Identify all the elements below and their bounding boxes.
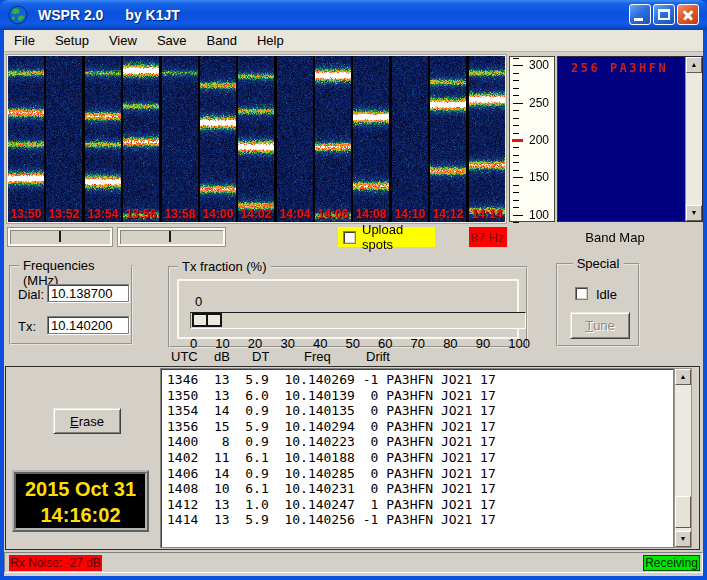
- clock-display: 2015 Oct 31 14:16:02: [12, 470, 149, 532]
- app-globe-icon: [8, 5, 28, 25]
- spots-header-dt: DT: [252, 349, 269, 364]
- tx-fraction-group: Tx fraction (%) 0 0102030405060708090100: [168, 266, 528, 348]
- scale-tick: [513, 118, 519, 119]
- menu-item-save[interactable]: Save: [147, 31, 197, 50]
- scale-tick: [513, 58, 519, 59]
- close-button[interactable]: [677, 4, 699, 25]
- spots-header-drift: Drift: [366, 349, 390, 364]
- scale-label: 300: [529, 58, 549, 72]
- scale-tick: [513, 207, 519, 208]
- band-map-scrollbar[interactable]: ▲ ▼: [685, 57, 702, 221]
- scale-tick: [513, 95, 519, 96]
- scale-tick: [513, 162, 519, 163]
- spot-row: 1406 14 0.9 10.140285 0 PA3HFN JO21 17: [167, 466, 673, 482]
- minimize-icon: [634, 18, 643, 21]
- maximize-icon: [658, 9, 670, 20]
- status-bar: Rx Noise: -27 dB Receiving: [4, 552, 703, 573]
- spots-header-row: UTC dB DT Freq Drift: [4, 349, 703, 365]
- tx-fraction-group-title: Tx fraction (%): [178, 259, 271, 274]
- scale-tick: [513, 73, 519, 74]
- tune-button[interactable]: Tune: [570, 312, 630, 339]
- menu-item-view[interactable]: View: [99, 31, 147, 50]
- spot-row: 1356 15 5.9 10.140294 0 PA3HFN JO21 17: [167, 419, 673, 435]
- idle-label: Idle: [596, 287, 617, 302]
- spot-row: 1412 13 1.0 10.140247 1 PA3HFN JO21 17: [167, 497, 673, 513]
- rx-progress-marker: [59, 231, 61, 242]
- client-area: 13:5013:5213:5413:5613:5814:0014:0214:04…: [4, 52, 703, 576]
- band-map-entry[interactable]: 256 PA3HFN: [571, 61, 668, 75]
- tx-frequency-field[interactable]: [47, 316, 129, 334]
- upload-spots-label: Upload spots: [362, 222, 435, 252]
- spot-row: 1400 8 0.9 10.140223 0 PA3HFN JO21 17: [167, 434, 673, 450]
- scale-label: 250: [529, 96, 549, 110]
- spots-scrollbar[interactable]: ▲ ▼: [674, 368, 692, 548]
- spots-list[interactable]: 1346 13 5.9 10.140269 -1 PA3HFN JO21 171…: [160, 368, 674, 548]
- upload-spots-option: Upload spots: [338, 227, 435, 247]
- scroll-up-button[interactable]: ▲: [686, 57, 702, 73]
- menu-item-help[interactable]: Help: [247, 31, 294, 50]
- clock-time: 14:16:02: [16, 503, 145, 528]
- spots-scroll-down-button[interactable]: ▼: [675, 531, 691, 547]
- special-group: Special Idle Tune: [556, 263, 640, 347]
- maximize-button[interactable]: [653, 4, 675, 25]
- scale-tick: [513, 80, 519, 81]
- scale-label: 100: [529, 208, 549, 222]
- spot-row: 1414 13 5.9 10.140256 -1 PA3HFN JO21 17: [167, 512, 673, 528]
- clock-date: 2015 Oct 31: [16, 476, 145, 503]
- menu-item-setup[interactable]: Setup: [45, 31, 99, 50]
- scroll-down-button[interactable]: ▼: [686, 205, 702, 221]
- scale-tick: [513, 185, 519, 186]
- tx-progress-meter: [118, 228, 225, 246]
- tx-label: Tx:: [18, 319, 36, 334]
- scale-tick: [513, 88, 519, 89]
- idle-checkbox[interactable]: [575, 287, 588, 300]
- menu-item-band[interactable]: Band: [197, 31, 247, 50]
- tx-fraction-value: 0: [195, 294, 202, 309]
- slider-handle[interactable]: [192, 313, 222, 327]
- band-map-panel[interactable]: 256 PA3HFN ▲ ▼: [557, 56, 703, 222]
- scale-tick: [513, 200, 519, 201]
- scale-label: 150: [529, 170, 549, 184]
- frequencies-group: Frequencies (MHz) Dial: Tx:: [9, 265, 133, 345]
- scale-tick: [513, 177, 523, 178]
- scale-tick: [513, 192, 519, 193]
- rx-progress-meter: [8, 228, 112, 246]
- dial-frequency-field[interactable]: [47, 284, 129, 302]
- spots-header-freq: Freq: [304, 349, 331, 364]
- scale-tick: [513, 170, 519, 171]
- spots-text: 1346 13 5.9 10.140269 -1 PA3HFN JO21 171…: [161, 369, 673, 528]
- spots-scroll-thumb[interactable]: [675, 496, 691, 528]
- dial-label: Dial:: [18, 287, 44, 302]
- spots-header-utc: UTC: [171, 349, 198, 364]
- wspr-window: WSPR 2.0 by K1JT File Setup View Save Ba…: [0, 0, 707, 580]
- menu-item-file[interactable]: File: [4, 31, 45, 50]
- minimize-button[interactable]: [629, 4, 651, 25]
- spots-scroll-up-button[interactable]: ▲: [675, 369, 691, 385]
- menu-bar: File Setup View Save Band Help: [4, 30, 703, 52]
- frequency-scale: 100150200250300: [509, 56, 555, 222]
- spot-row: 1346 13 5.9 10.140269 -1 PA3HFN JO21 17: [167, 372, 673, 388]
- title-bar[interactable]: WSPR 2.0 by K1JT: [0, 0, 707, 30]
- scale-tick: [513, 125, 519, 126]
- spot-row: 1402 11 6.1 10.140188 0 PA3HFN JO21 17: [167, 450, 673, 466]
- scale-tick: [513, 133, 519, 134]
- erase-button[interactable]: Erase: [53, 408, 121, 434]
- frequency-offset-badge: 87 Hz: [469, 227, 507, 247]
- waterfall-display[interactable]: [8, 56, 505, 222]
- spot-row: 1350 13 6.0 10.140139 0 PA3HFN JO21 17: [167, 388, 673, 404]
- tx-fraction-panel: 0 0102030405060708090100: [177, 279, 519, 339]
- band-map-label: Band Map: [570, 230, 660, 245]
- scale-tick: [513, 147, 519, 148]
- scale-tick: [513, 65, 523, 66]
- spot-row: 1408 10 6.1 10.140231 0 PA3HFN JO21 17: [167, 481, 673, 497]
- upload-spots-checkbox[interactable]: [343, 231, 356, 244]
- spot-row: 1354 14 0.9 10.140135 0 PA3HFN JO21 17: [167, 403, 673, 419]
- window-title: WSPR 2.0: [38, 7, 103, 23]
- scale-label: 200: [529, 133, 549, 147]
- tx-fraction-slider[interactable]: [190, 312, 526, 329]
- special-group-title: Special: [573, 256, 624, 271]
- scale-tick: [513, 155, 519, 156]
- rx-frequency-marker: [512, 139, 523, 142]
- scale-tick: [513, 103, 523, 104]
- tx-progress-marker: [169, 231, 171, 242]
